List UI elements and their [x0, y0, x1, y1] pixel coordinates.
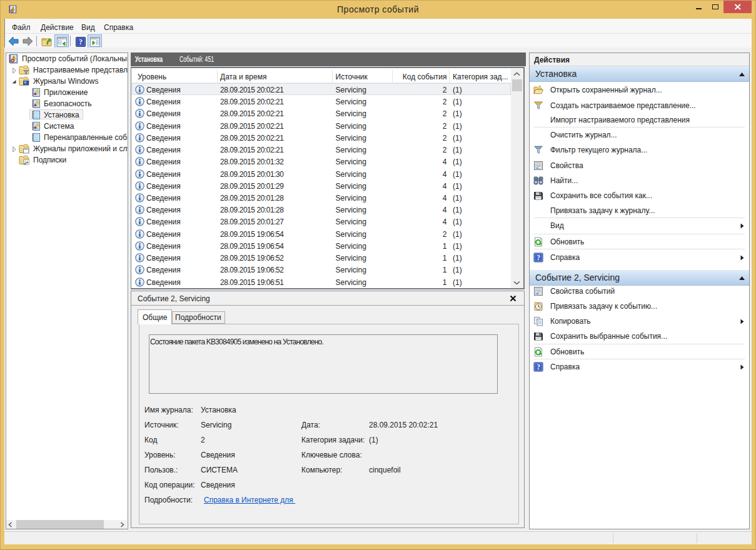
svg-text:?: ? [537, 363, 540, 371]
svg-text:?: ? [79, 38, 83, 46]
svg-text:?: ? [537, 254, 540, 261]
